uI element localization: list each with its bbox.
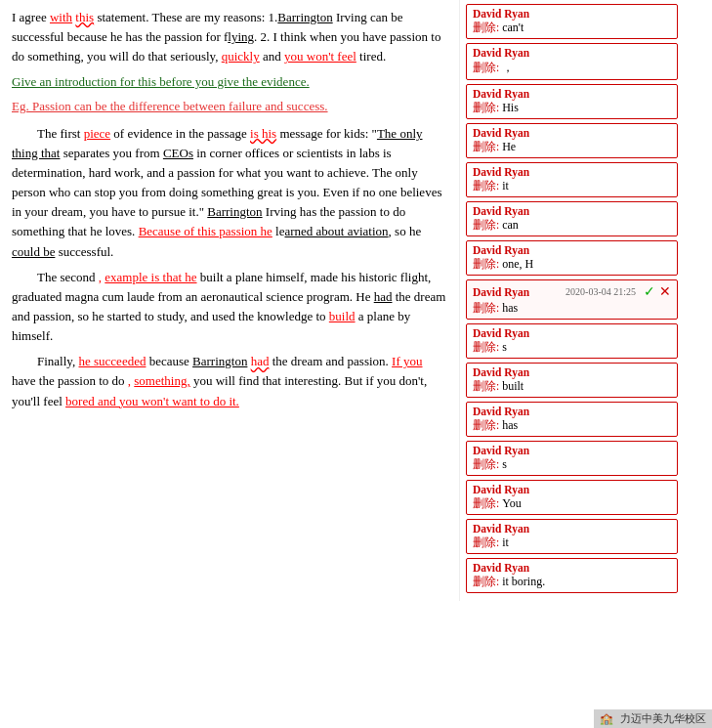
comment-3-author: David Ryan: [473, 88, 529, 100]
flying-word: lying: [228, 29, 254, 44]
comment-4: David Ryan 删除: He: [466, 123, 678, 158]
comment-2-del-label: 删除:: [473, 62, 499, 73]
paragraph-1: The first piece of evidence in the passa…: [12, 124, 447, 262]
comment-9-word: s: [502, 340, 507, 354]
comment-1-text: 删除: can't: [473, 21, 671, 35]
comment-11-author: David Ryan: [473, 406, 529, 417]
comment-6: David Ryan 删除: can: [466, 201, 678, 236]
comment-12-header: David Ryan: [473, 445, 671, 456]
comment-13-header: David Ryan: [473, 484, 671, 495]
comment-11-text: 删除: has: [473, 418, 671, 433]
comment-6-header: David Ryan: [473, 205, 671, 217]
comment-10-del-label: 删除:: [473, 380, 499, 392]
comment-7-author: David Ryan: [473, 244, 529, 256]
comment-10: David Ryan 删除: built: [466, 363, 678, 398]
comment-6-author: David Ryan: [473, 205, 529, 217]
comment-3: David Ryan 删除: His: [466, 84, 678, 119]
comment-10-text: 删除: built: [473, 379, 671, 394]
comment-9-del-label: 删除:: [473, 341, 499, 353]
comment-5-text: 删除: it: [473, 179, 671, 193]
comments-sidebar: David Ryan 删除: can't David Ryan 删除: ， Da…: [459, 0, 684, 601]
comment-13-text: 删除: You: [473, 496, 671, 511]
this-word: this: [75, 10, 94, 24]
instruction-text: Give an introduction for this before you…: [12, 72, 447, 92]
main-container: I agree with this statement. These are m…: [0, 0, 712, 601]
comment-10-word: built: [502, 379, 524, 393]
comment-1-del-label: 删除:: [473, 21, 499, 33]
comment-12: David Ryan 删除: s: [466, 441, 678, 476]
comment-10-author: David Ryan: [473, 366, 529, 378]
comment-13: David Ryan 删除: You: [466, 480, 678, 515]
comment-15-header: David Ryan: [473, 562, 671, 574]
build-word: build: [329, 309, 356, 323]
arned-about: arned about aviation: [284, 224, 388, 238]
comment-1: David Ryan 删除: can't: [466, 4, 678, 39]
comment-15-word: it boring.: [502, 575, 545, 588]
comment-14: David Ryan 删除: it: [466, 519, 678, 554]
comment-4-header: David Ryan: [473, 127, 671, 139]
comment-8-text: 删除: has: [473, 301, 671, 316]
comment-7-del-label: 删除:: [473, 258, 499, 270]
comment-8-author: David Ryan: [473, 286, 529, 298]
logo-icon: 🏫: [600, 712, 613, 724]
comment-3-header: David Ryan: [473, 88, 671, 100]
comma-2: ,: [128, 373, 131, 388]
comment-13-author: David Ryan: [473, 484, 529, 495]
comment-9: David Ryan 删除: s: [466, 323, 678, 359]
comment-2-author: David Ryan: [473, 47, 529, 59]
comment-14-author: David Ryan: [473, 523, 529, 535]
comment-11-word: has: [502, 418, 518, 432]
comment-1-header: David Ryan: [473, 8, 671, 20]
bored-phrase: bored and you won't want to do it.: [65, 394, 239, 408]
if-you-phrase: If you: [392, 354, 422, 368]
comment-3-word: His: [502, 101, 519, 114]
comment-14-word: it: [502, 535, 509, 549]
example-is-that-he: example is that he: [105, 270, 196, 284]
ceos-word: CEOs: [163, 146, 193, 160]
comment-3-text: 删除: His: [473, 101, 671, 115]
comment-8-actions: 2020-03-04 21:25 ✓ ✕: [565, 283, 671, 300]
intro-paragraph: I agree with this statement. These are m…: [12, 8, 447, 66]
comment-11-del-label: 删除:: [473, 419, 499, 431]
comment-1-author: David Ryan: [473, 8, 529, 20]
logo-bar: 🏫 力迈中美九华校区: [594, 709, 712, 728]
comment-12-author: David Ryan: [473, 445, 529, 456]
comment-7-word: one, H: [502, 257, 533, 271]
comment-8-word: has: [502, 301, 518, 315]
comment-2-word: ，: [502, 61, 514, 74]
barrington-name-2: Barrington: [207, 204, 262, 219]
comment-6-word: can: [502, 218, 519, 232]
comment-2-text: 删除: ，: [473, 60, 671, 76]
comment-4-author: David Ryan: [473, 127, 529, 139]
barrington-name-1: Barrington: [277, 10, 332, 24]
comment-8-header: David Ryan 2020-03-04 21:25 ✓ ✕: [473, 283, 671, 300]
comment-5-author: David Ryan: [473, 166, 529, 178]
comment-12-del-label: 删除:: [473, 458, 499, 470]
comment-15: David Ryan 删除: it boring.: [466, 558, 678, 593]
comment-15-text: 删除: it boring.: [473, 575, 671, 589]
could-be: could be: [12, 244, 55, 259]
quickly-word: quickly: [222, 49, 260, 64]
had-the-dream: had: [374, 289, 393, 304]
comment-5-del-label: 删除:: [473, 180, 499, 192]
comment-9-text: 删除: s: [473, 340, 671, 355]
comment-14-del-label: 删除:: [473, 536, 499, 548]
comment-7: David Ryan 删除: one, H: [466, 240, 678, 276]
comment-7-text: 删除: one, H: [473, 257, 671, 272]
comment-4-word: He: [502, 140, 516, 153]
accept-icon[interactable]: ✓: [644, 283, 655, 300]
text-body: I agree with this statement. These are m…: [12, 8, 447, 411]
comment-8-del-label: 删除:: [473, 302, 499, 314]
comment-8-timestamp: 2020-03-04 21:25: [565, 286, 636, 297]
something-word: something,: [134, 373, 189, 388]
is-his: is his: [250, 126, 276, 141]
comment-14-text: 删除: it: [473, 535, 671, 550]
piece-word: piece: [84, 126, 110, 141]
comment-2: David Ryan 删除: ，: [466, 43, 678, 80]
comment-6-text: 删除: can: [473, 218, 671, 233]
reject-icon[interactable]: ✕: [659, 283, 671, 300]
comment-5-word: it: [502, 179, 509, 193]
because-phrase: Because of this passion he: [139, 224, 272, 238]
comment-12-text: 删除: s: [473, 457, 671, 472]
wont-phrase: you won't feel: [284, 49, 356, 64]
